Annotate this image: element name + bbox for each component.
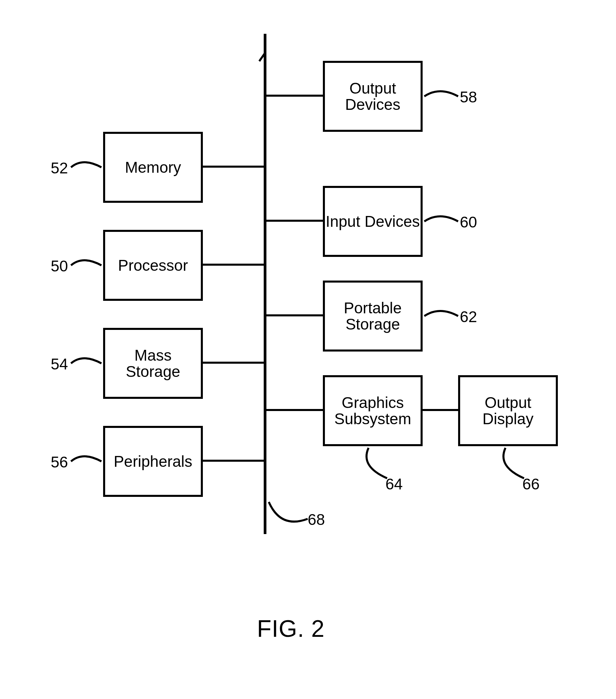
lead-bus — [267, 500, 311, 531]
lead-input-devices — [423, 210, 460, 230]
block-mass-storage: Mass Storage — [103, 328, 203, 399]
block-processor: Processor — [103, 230, 203, 301]
ref-input-devices: 60 — [460, 213, 477, 231]
block-output-devices-line2: Devices — [345, 96, 401, 113]
lead-portable-storage — [423, 304, 460, 325]
conn-graphics-to-display — [423, 409, 458, 411]
block-graphics-subsystem-line1: Graphics — [341, 394, 404, 411]
block-output-devices-line1: Output — [349, 80, 396, 96]
block-portable-storage-line1: Portable — [344, 300, 402, 316]
block-output-display-line2: Display — [483, 411, 534, 427]
conn-memory — [203, 166, 264, 168]
ref-output-devices: 58 — [460, 88, 477, 106]
lead-memory — [69, 156, 103, 176]
block-output-display-line1: Output — [484, 394, 531, 411]
ref-peripherals: 56 — [51, 453, 68, 471]
block-peripherals: Peripherals — [103, 426, 203, 497]
block-portable-storage: Portable Storage — [323, 280, 423, 352]
conn-mass-storage — [203, 362, 264, 364]
lead-output-devices — [423, 84, 460, 105]
conn-input-devices — [266, 220, 323, 222]
lead-output-display — [495, 446, 533, 483]
ref-mass-storage: 54 — [51, 355, 68, 373]
conn-peripherals — [203, 460, 264, 462]
block-processor-line1: Processor — [118, 257, 188, 274]
block-memory: Memory — [103, 132, 203, 203]
block-input-devices-line1: Input Devices — [326, 213, 420, 229]
bus-line — [264, 34, 266, 534]
ref-portable-storage: 62 — [460, 307, 477, 326]
block-portable-storage-line2: Storage — [345, 316, 400, 332]
block-graphics-subsystem-line2: Subsystem — [335, 411, 411, 427]
block-mass-storage-line1: Mass — [134, 347, 172, 364]
block-output-devices: Output Devices — [323, 61, 423, 132]
block-input-devices: Input Devices — [323, 186, 423, 257]
ref-processor: 50 — [51, 257, 68, 275]
lead-processor — [69, 253, 103, 274]
block-memory-line1: Memory — [125, 159, 181, 175]
lead-peripherals — [69, 450, 103, 470]
lead-graphics-subsystem — [358, 446, 396, 483]
block-mass-storage-line2: Storage — [126, 364, 180, 380]
block-graphics-subsystem: Graphics Subsystem — [323, 375, 423, 446]
conn-processor — [203, 264, 264, 266]
figure-label: FIG. 2 — [257, 615, 325, 642]
conn-output-devices — [266, 95, 323, 97]
conn-graphics-subsystem — [266, 409, 323, 411]
conn-portable-storage — [266, 314, 323, 316]
block-output-display: Output Display — [458, 375, 558, 446]
block-peripherals-line1: Peripherals — [114, 453, 192, 470]
ref-memory: 52 — [51, 159, 68, 177]
lead-mass-storage — [69, 352, 103, 372]
